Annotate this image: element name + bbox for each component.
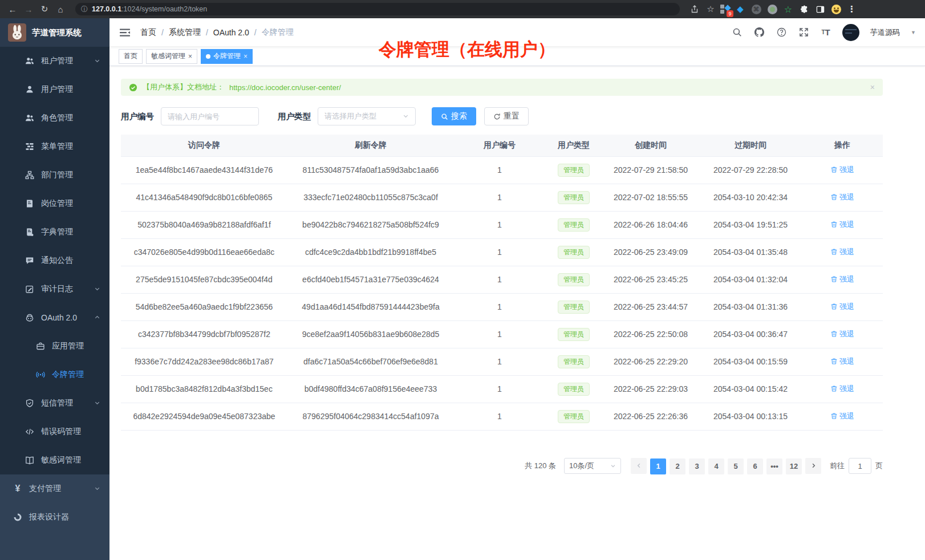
sidebar-item-tenant[interactable]: 租户管理 [0,47,109,75]
address-bar[interactable]: ⓘ 127.0.0.1:1024/system/oauth2/token [75,3,680,15]
reset-button-label: 重置 [504,111,520,121]
page-button[interactable]: 5 [728,458,744,474]
sidebar-item-errcode[interactable]: 错误码管理 [0,417,109,446]
chevron-down-icon [94,399,100,408]
page-button[interactable]: 3 [689,458,705,474]
command-extension-icon[interactable]: ⌘ [749,2,763,16]
ellipsis-button[interactable]: ••• [766,458,782,474]
sidebar-item-label: 错误码管理 [41,427,81,437]
access-token-cell: b0d1785bc3a8482f812db4a3f3bd15ec [121,375,287,403]
avatar[interactable] [842,24,859,41]
tab-令牌管理[interactable]: 令牌管理× [201,49,253,64]
page-button[interactable]: 1 [650,458,666,474]
page-size-select[interactable]: 10条/页 [564,458,621,474]
force-logout-button[interactable]: 强退 [830,274,854,285]
tab-首页[interactable]: 首页 [119,49,143,64]
browser-back-icon[interactable]: ← [6,2,19,16]
access-token-cell: 41c41346a548490f9dc8b01c6bfe0865 [121,184,287,211]
user-type-select[interactable]: 请选择用户类型 [318,107,416,125]
sidebar-item-post[interactable]: 岗位管理 [0,189,109,218]
trash-icon [830,358,838,365]
browser-menu-icon[interactable]: ⋮ [845,2,859,16]
font-size-icon[interactable]: TT [820,27,831,38]
create-time-cell: 2022-06-25 22:50:08 [602,320,699,348]
site-info-icon[interactable]: ⓘ [81,5,88,14]
sidebar-item-dict[interactable]: 字典管理 [0,218,109,246]
extension-grid-icon[interactable]: 9 [720,3,731,15]
dot-extension-icon[interactable] [765,2,779,16]
bookmark-star-icon[interactable]: ☆ [704,2,717,16]
force-logout-button[interactable]: 强退 [830,329,854,339]
next-page-button[interactable] [805,458,821,474]
tab-敏感词管理[interactable]: 敏感词管理× [146,49,197,64]
sidebar-item-dept[interactable]: 部门管理 [0,161,109,189]
sidebar-toggle-icon[interactable] [119,26,131,39]
sidebar-item-notice[interactable]: 通知公告 [0,246,109,275]
breadcrumb-item[interactable]: 系统管理 [169,27,201,38]
close-icon[interactable]: × [244,53,248,60]
star-extension-icon[interactable]: ☆ [781,2,795,16]
page-button[interactable]: 4 [708,458,724,474]
breadcrumb-item[interactable]: 首页 [140,27,156,38]
sidebar-item-label: 敏感词管理 [41,455,81,465]
alert-link[interactable]: https://doc.iocoder.cn/user-center/ [229,83,341,92]
action-cell: 强退 [802,184,883,211]
menu-tree-icon [25,141,35,152]
reset-button[interactable]: 重置 [484,107,529,125]
app-logo-bar[interactable]: 芋道管理系统 [0,18,109,47]
puzzle-extensions-icon[interactable] [797,2,811,16]
chevron-down-icon[interactable]: ▼ [911,30,916,35]
sidebar-item-audit-log[interactable]: 审计日志 [0,275,109,303]
page-button[interactable]: 6 [747,458,763,474]
force-logout-button[interactable]: 强退 [830,165,854,175]
search-icon[interactable] [731,27,743,38]
main-area: 首页/系统管理/OAuth 2.0/令牌管理 TT 芋道源码 ▼ [109,18,925,560]
browser-reload-icon[interactable]: ↻ [38,2,51,16]
page-button[interactable]: 2 [670,458,685,474]
sidebar-item-oauth2[interactable]: OAuth 2.0 [0,303,109,332]
side-panel-icon[interactable] [813,2,827,16]
user-id-input[interactable] [168,112,252,121]
chevron-down-icon [94,285,100,294]
chevron-up-icon [94,313,100,322]
user-type-badge: 管理员 [558,164,590,177]
force-logout-button[interactable]: 强退 [830,247,854,257]
force-logout-button[interactable]: 强退 [830,302,854,312]
goto-page-input[interactable] [849,458,871,474]
user-type-badge: 管理员 [558,328,590,341]
column-header: 操作 [802,135,883,156]
sidebar-item-pay[interactable]: ¥支付管理 [0,474,109,503]
expire-time-cell: 2054-03-04 00:15:59 [699,348,802,375]
sidebar-item-sensitive-word[interactable]: 敏感词管理 [0,446,109,474]
gem-extension-icon[interactable]: ◆ [733,2,747,16]
browser-home-icon[interactable]: ⌂ [54,2,67,16]
prev-page-button[interactable] [631,458,647,474]
sidebar-item-role[interactable]: 角色管理 [0,104,109,132]
sidebar-item-user[interactable]: 用户管理 [0,75,109,104]
alert-close-icon[interactable]: × [870,83,875,92]
force-logout-button[interactable]: 强退 [830,384,854,394]
force-logout-button[interactable]: 强退 [830,411,854,421]
refresh-token-cell: be90422b8c7946218275a508bf524fc9 [287,211,454,238]
sidebar-item-oauth2-app[interactable]: 应用管理 [0,332,109,360]
user-name[interactable]: 芋道源码 [870,27,900,38]
trash-icon [830,221,838,228]
sidebar-item-oauth2-token[interactable]: 令牌管理 [0,360,109,389]
close-icon[interactable]: × [188,53,192,60]
search-button[interactable]: 搜索 [432,107,476,125]
github-icon[interactable] [753,27,765,38]
fullscreen-icon[interactable] [798,27,809,38]
help-icon[interactable] [776,27,787,38]
force-logout-button[interactable]: 强退 [830,356,854,367]
page-button[interactable]: 12 [786,458,802,474]
force-logout-button[interactable]: 强退 [830,192,854,202]
column-header: 刷新令牌 [287,135,454,156]
sidebar-item-sms[interactable]: 短信管理 [0,389,109,417]
breadcrumb-item[interactable]: OAuth 2.0 [213,28,249,37]
force-logout-button[interactable]: 强退 [830,220,854,230]
browser-forward-icon[interactable]: → [22,2,35,16]
share-icon[interactable] [688,2,701,16]
sidebar-item-report-designer[interactable]: 报表设计器 [0,503,109,531]
emoji-extension-icon[interactable] [829,2,843,16]
sidebar-item-menu[interactable]: 菜单管理 [0,132,109,161]
